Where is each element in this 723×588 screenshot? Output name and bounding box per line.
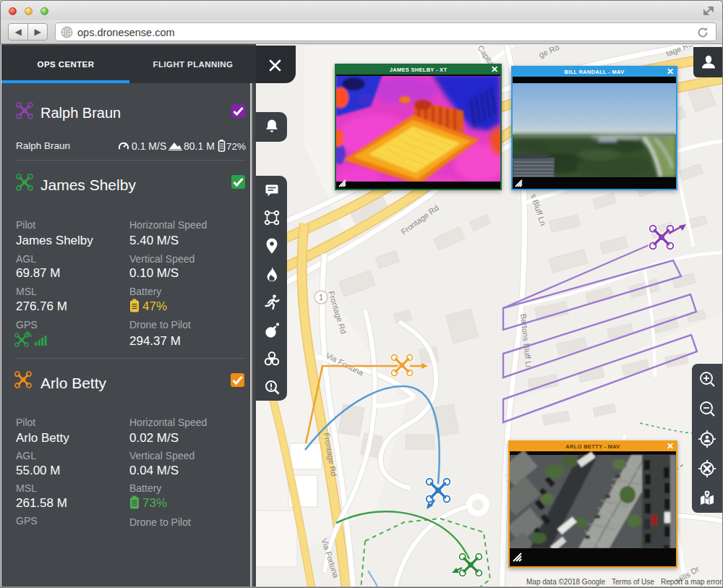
svg-text:Report a map error: Report a map error [661, 578, 722, 586]
svg-text:1: 1 [319, 294, 323, 302]
svg-text:Map data ©2018 Google: Map data ©2018 Google [526, 578, 606, 586]
svg-text:Terms of Use: Terms of Use [612, 578, 654, 586]
